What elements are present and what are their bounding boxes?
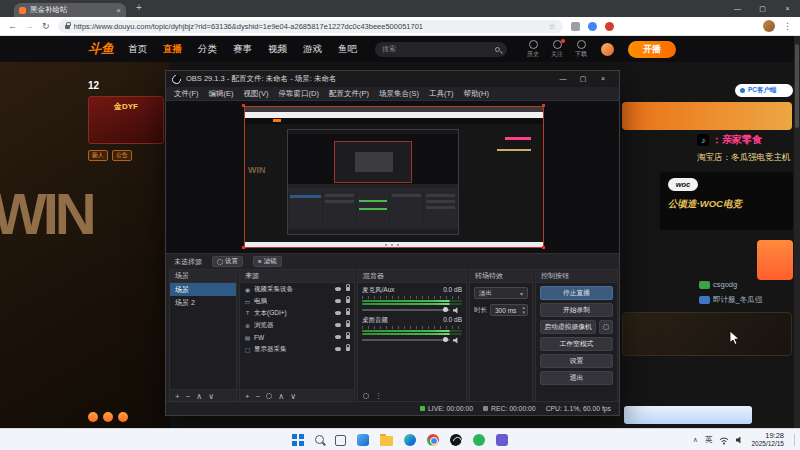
back-icon[interactable]: ← — [8, 21, 17, 31]
volume-slider[interactable] — [362, 336, 462, 344]
selection-handle[interactable] — [542, 246, 545, 249]
selection-handle[interactable] — [242, 104, 245, 107]
widgets-icon[interactable] — [357, 434, 369, 446]
tag-new[interactable]: 新人 — [88, 150, 108, 161]
nav-item-videos[interactable]: 视频 — [268, 43, 287, 56]
lock-icon[interactable] — [346, 311, 350, 315]
start-virtual-camera-button[interactable]: 启动虚拟摄像机 — [540, 320, 596, 334]
source-properties-button[interactable]: 设置 — [212, 256, 243, 267]
activity-sticker[interactable] — [757, 240, 793, 280]
app-icon-green[interactable] — [473, 434, 485, 446]
slider-knob[interactable] — [443, 307, 448, 312]
right-promo-card[interactable] — [622, 312, 792, 356]
visibility-icon[interactable] — [335, 299, 341, 303]
new-tab-button[interactable]: + — [136, 2, 142, 13]
obs-taskbar-icon[interactable] — [450, 434, 462, 446]
gear-icon[interactable] — [266, 393, 272, 399]
forward-icon[interactable]: → — [25, 21, 34, 31]
duration-spinner[interactable]: 300 ms ▴ ▾ — [490, 304, 528, 316]
nav-item-live[interactable]: 直播 — [163, 43, 182, 56]
ime-indicator[interactable]: 英 — [705, 435, 713, 445]
start-streaming-button[interactable]: 开播 — [628, 41, 676, 58]
address-bar[interactable]: https://www.douyu.com/topic/dyhjbjz?rid=… — [58, 20, 563, 33]
obs-preview-canvas[interactable]: WIN — [166, 101, 619, 253]
search-icon[interactable] — [495, 47, 500, 52]
start-recording-button[interactable]: 开始录制 — [540, 303, 613, 317]
extension-icon-blue[interactable] — [588, 22, 597, 31]
volume-slider[interactable] — [362, 306, 462, 314]
left-promo-card[interactable]: 金DYF — [88, 96, 164, 144]
visibility-icon[interactable] — [335, 287, 341, 291]
page-scrollbar[interactable] — [794, 36, 800, 428]
maximize-icon[interactable]: ▢ — [750, 0, 775, 17]
shortcut-icon[interactable] — [103, 412, 113, 422]
browser-tab[interactable]: 黑金补给站 × — [14, 3, 126, 17]
exit-button[interactable]: 退出 — [540, 371, 613, 385]
chrome-icon[interactable] — [427, 434, 439, 446]
shortcut-icon[interactable] — [118, 412, 128, 422]
lock-icon[interactable] — [346, 287, 350, 291]
menu-help[interactable]: 帮助(H) — [459, 87, 494, 100]
profile-avatar[interactable] — [763, 20, 775, 32]
taskbar-clock[interactable]: 19:28 2025/12/15 — [751, 432, 784, 448]
edge-icon[interactable] — [404, 434, 416, 446]
menu-scene-collection[interactable]: 场景集合(S) — [374, 87, 424, 100]
lock-icon[interactable] — [346, 347, 350, 351]
visibility-icon[interactable] — [335, 347, 341, 351]
virtual-camera-settings-button[interactable] — [599, 320, 613, 334]
more-icon[interactable]: ⋮ — [375, 392, 382, 400]
menu-edit[interactable]: 编辑(E) — [204, 87, 239, 100]
speaker-icon[interactable] — [453, 337, 460, 344]
selection-handle[interactable] — [542, 104, 545, 107]
scrollbar-thumb[interactable] — [795, 44, 799, 128]
spin-down-icon[interactable]: ▾ — [522, 310, 525, 315]
source-row[interactable]: ⊕ 浏览器 — [240, 319, 354, 331]
source-row[interactable]: ▢ 显示器采集 — [240, 343, 354, 355]
tab-close-icon[interactable]: × — [116, 6, 121, 15]
menu-profile[interactable]: 配置文件(P) — [324, 87, 374, 100]
start-button-icon[interactable] — [292, 434, 304, 446]
scene-item-selected[interactable]: 场景 — [170, 283, 236, 296]
lock-icon[interactable] — [346, 335, 350, 339]
minimize-icon[interactable]: — — [725, 0, 750, 17]
app-icon-violet[interactable] — [496, 434, 508, 446]
nav-item-home[interactable]: 首页 — [128, 43, 147, 56]
hidden-icons-chevron[interactable]: ∧ — [693, 436, 698, 444]
action-download[interactable]: 下载 — [575, 40, 587, 59]
shortcut-icon[interactable] — [88, 412, 98, 422]
settings-button[interactable]: 设置 — [540, 354, 613, 368]
obs-close-icon[interactable]: × — [593, 71, 613, 87]
reload-icon[interactable]: ↻ — [42, 21, 50, 31]
volume-icon[interactable] — [736, 436, 744, 444]
scene-item[interactable]: 场景 2 — [170, 296, 236, 309]
bookmark-star-icon[interactable]: ☆ — [548, 22, 555, 31]
file-explorer-icon[interactable] — [380, 436, 393, 446]
speaker-icon[interactable] — [453, 307, 460, 314]
lock-icon[interactable] — [346, 323, 350, 327]
source-row[interactable]: ▭ 电脑 — [240, 295, 354, 307]
nav-item-categories[interactable]: 分类 — [198, 43, 217, 56]
tag-notice[interactable]: 公告 — [112, 150, 132, 161]
stop-streaming-button[interactable]: 停止直播 — [540, 286, 613, 300]
source-row[interactable]: ▤ FW — [240, 331, 354, 343]
slider-knob[interactable] — [443, 337, 448, 342]
browser-menu-icon[interactable]: ⋮ — [783, 21, 792, 31]
obs-titlebar[interactable]: OBS 29.1.3 - 配置文件: 未命名 - 场景: 未命名 — ▢ × — [166, 71, 619, 87]
show-desktop-strip[interactable] — [794, 434, 795, 446]
douyu-logo[interactable]: 斗鱼 — [88, 40, 114, 58]
wifi-icon[interactable] — [719, 436, 729, 445]
nav-item-games[interactable]: 游戏 — [303, 43, 322, 56]
studio-mode-button[interactable]: 工作室模式 — [540, 337, 613, 351]
menu-file[interactable]: 文件(F) — [169, 87, 204, 100]
action-follow[interactable]: 关注 — [551, 40, 563, 59]
menu-tools[interactable]: 工具(T) — [424, 87, 459, 100]
selection-handle[interactable] — [242, 246, 245, 249]
visibility-icon[interactable] — [335, 335, 341, 339]
user-avatar[interactable] — [601, 43, 614, 56]
source-row[interactable]: T 文本(GDI+) — [240, 307, 354, 319]
lock-icon[interactable] — [346, 299, 350, 303]
menu-view[interactable]: 视图(V) — [239, 87, 274, 100]
extension-icon-red[interactable] — [605, 22, 614, 31]
obs-maximize-icon[interactable]: ▢ — [573, 71, 593, 87]
task-view-icon[interactable] — [335, 435, 346, 446]
